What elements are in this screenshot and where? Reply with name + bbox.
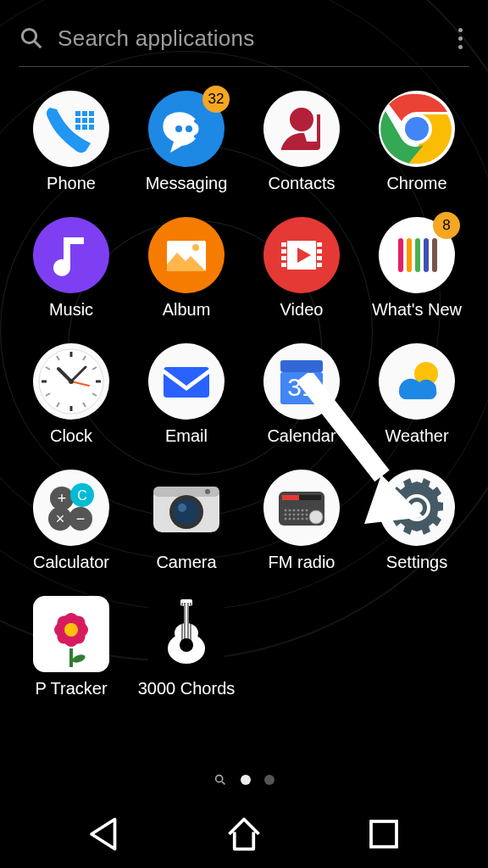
page-indicator[interactable] [0, 773, 488, 787]
svg-point-102 [302, 518, 304, 520]
svg-point-92 [285, 514, 287, 516]
app-label: 3000 Chords [138, 679, 236, 698]
app-label: Contacts [269, 174, 336, 193]
pager-dot-1[interactable] [241, 775, 251, 785]
svg-point-94 [293, 514, 296, 516]
app-label: Camera [156, 553, 216, 572]
svg-rect-33 [317, 256, 322, 260]
app-phone[interactable]: Phone [14, 91, 129, 193]
svg-point-103 [306, 518, 308, 520]
clock-icon [33, 343, 109, 420]
app-grid: Phone 32 Messaging Contacts [0, 82, 488, 698]
app-settings[interactable]: Settings [359, 470, 474, 572]
svg-rect-6 [75, 118, 80, 123]
svg-point-0 [22, 29, 36, 42]
svg-point-14 [186, 125, 192, 132]
svg-point-79 [174, 499, 199, 525]
app-album[interactable]: Album [129, 217, 244, 320]
email-icon [148, 343, 225, 420]
svg-rect-128 [371, 821, 396, 847]
svg-point-101 [297, 518, 300, 520]
app-video[interactable]: Video [244, 217, 359, 320]
pager-search-icon[interactable] [214, 773, 227, 787]
svg-point-80 [178, 504, 186, 512]
search-input[interactable] [58, 25, 437, 52]
svg-point-108 [411, 502, 423, 514]
app-camera[interactable]: Camera [129, 470, 244, 572]
app-3000-chords[interactable]: 3000 Chords [129, 596, 244, 698]
svg-rect-31 [317, 242, 322, 247]
app-fm-radio[interactable]: FM radio [244, 470, 359, 572]
app-p-tracker[interactable]: P Tracker [14, 596, 129, 698]
svg-point-99 [289, 518, 291, 520]
chords-icon [148, 596, 225, 672]
svg-point-114 [71, 654, 86, 665]
svg-point-97 [306, 514, 308, 516]
navigation-bar [0, 800, 488, 868]
svg-point-67 [33, 470, 109, 546]
svg-rect-29 [281, 256, 286, 260]
app-email[interactable]: Email [129, 343, 244, 446]
app-label: What's New [372, 300, 462, 320]
app-label: Phone [47, 174, 96, 193]
app-contacts[interactable]: Contacts [244, 91, 359, 193]
app-label: Chrome [386, 174, 446, 193]
svg-point-98 [285, 518, 287, 520]
svg-rect-3 [75, 111, 80, 116]
svg-point-86 [285, 509, 287, 512]
recent-apps-button[interactable] [363, 813, 405, 855]
app-clock[interactable]: Clock [14, 343, 129, 446]
album-icon [148, 217, 225, 293]
svg-point-113 [64, 623, 78, 637]
svg-point-18 [405, 117, 429, 141]
pager-dot-2[interactable] [264, 775, 274, 785]
svg-line-1 [35, 42, 42, 48]
back-button[interactable] [83, 813, 125, 855]
svg-rect-8 [89, 118, 94, 123]
svg-rect-4 [82, 111, 87, 116]
svg-text:C: C [77, 488, 87, 503]
svg-rect-60 [164, 367, 209, 398]
app-messaging[interactable]: 32 Messaging [129, 91, 244, 193]
search-icon [19, 25, 44, 51]
app-whats-new[interactable]: 8 What's New [359, 217, 474, 320]
phone-icon [33, 91, 109, 167]
svg-rect-32 [317, 249, 322, 253]
app-label: Clock [50, 426, 92, 446]
app-music[interactable]: Music [14, 217, 129, 320]
svg-point-89 [297, 509, 300, 512]
chrome-icon [379, 91, 455, 167]
svg-rect-10 [82, 125, 87, 130]
svg-point-2 [33, 91, 109, 167]
svg-line-127 [222, 782, 225, 784]
overflow-menu-button[interactable] [451, 22, 469, 54]
svg-point-13 [175, 125, 182, 132]
svg-point-95 [297, 514, 300, 516]
app-calendar[interactable]: 31 Calendar [244, 343, 359, 446]
svg-rect-34 [317, 263, 322, 267]
svg-text:31: 31 [287, 373, 315, 401]
svg-point-93 [289, 514, 291, 516]
app-chrome[interactable]: Chrome [359, 91, 474, 193]
app-weather[interactable]: Weather [359, 343, 474, 446]
settings-icon [379, 470, 455, 546]
svg-point-96 [302, 514, 304, 516]
camera-icon [148, 470, 225, 546]
svg-rect-9 [75, 125, 80, 130]
svg-point-90 [302, 509, 304, 512]
search-underline [19, 66, 469, 67]
app-calculator[interactable]: + C × − Calculator [14, 470, 129, 572]
svg-point-100 [293, 518, 296, 520]
app-label: Calendar [267, 426, 336, 446]
video-icon [263, 217, 340, 293]
svg-point-88 [293, 509, 296, 512]
svg-point-117 [180, 638, 193, 652]
weather-icon [379, 343, 455, 420]
search-bar[interactable] [0, 0, 488, 66]
svg-rect-27 [281, 242, 286, 247]
music-icon [33, 217, 109, 293]
contacts-icon [263, 91, 340, 167]
app-label: Album [163, 300, 211, 320]
home-button[interactable] [223, 813, 265, 855]
svg-text:+: + [58, 490, 67, 507]
